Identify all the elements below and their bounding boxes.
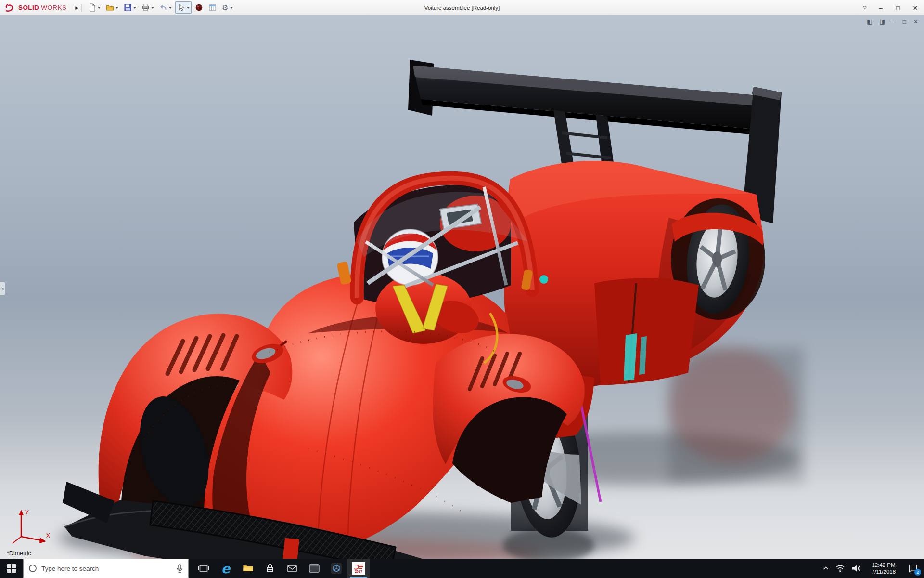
dropdown-caret-icon[interactable] — [151, 7, 154, 9]
menu-expand-arrow[interactable]: ▶ — [72, 4, 82, 12]
solidworks-year-label: 2017 — [355, 570, 362, 573]
speaker-icon — [851, 564, 861, 573]
select-tool-button[interactable] — [175, 1, 192, 14]
solidworks-window: SOLIDWORKS ▶ — [0, 0, 924, 578]
app-icon-mail[interactable] — [281, 559, 303, 578]
options-button[interactable]: ⚙ — [220, 1, 234, 14]
app-icon-file-explorer[interactable] — [237, 559, 259, 578]
dropdown-caret-icon[interactable] — [230, 7, 233, 9]
network-icon[interactable] — [835, 564, 845, 573]
windows-taskbar: Type here to search e — [0, 559, 924, 578]
app-icon-window-app[interactable] — [303, 559, 325, 578]
store-bag-icon — [264, 563, 276, 574]
window-title: Voiture assemblee [Read-only] — [424, 0, 500, 15]
doc-restore-button[interactable]: □ — [903, 18, 906, 25]
edge-logo-icon: e — [221, 562, 230, 575]
chevron-up-icon — [822, 565, 829, 572]
appearance-button[interactable] — [193, 1, 205, 14]
document-window-controls: ◧ ◨ – □ ✕ — [867, 18, 918, 25]
help-button[interactable]: ? — [858, 0, 872, 15]
new-document-button[interactable] — [86, 1, 103, 14]
triad-y-label: Y — [25, 509, 29, 516]
print-button[interactable] — [140, 1, 156, 14]
search-placeholder: Type here to search — [41, 565, 172, 572]
doc-minimize-button[interactable]: – — [892, 18, 896, 25]
select-cursor-icon — [177, 3, 185, 12]
task-view-button[interactable] — [192, 559, 215, 578]
window-app-icon — [308, 563, 321, 574]
doc-pane-right-button[interactable]: ◨ — [880, 18, 885, 25]
right-side-body — [594, 278, 699, 385]
taskbar-clock[interactable]: 12:42 PM 7/11/2018 — [868, 562, 899, 576]
open-button[interactable] — [104, 1, 120, 14]
featuremanager-flyout-tab[interactable]: ◂ — [0, 281, 5, 296]
task-view-icon — [198, 563, 209, 574]
print-icon — [141, 3, 150, 12]
start-button[interactable] — [0, 559, 23, 578]
gear-icon: ⚙ — [222, 4, 228, 11]
save-button[interactable] — [122, 1, 138, 14]
volume-icon[interactable] — [851, 564, 861, 573]
hidden-icons-chevron[interactable] — [822, 565, 829, 572]
orientation-triad: Y X — [6, 506, 52, 547]
solidworks-logo: SOLIDWORKS — [4, 3, 66, 13]
maximize-button[interactable]: □ — [889, 0, 907, 15]
appearance-sphere-icon — [195, 3, 203, 12]
app-icon-3d-app[interactable] — [325, 559, 347, 578]
dassault-ds-logo-icon — [4, 3, 16, 13]
doc-close-button[interactable]: ✕ — [913, 18, 918, 25]
triad-x-label: X — [46, 532, 50, 539]
open-folder-icon — [106, 3, 114, 12]
tray-time: 12:42 PM — [868, 562, 899, 568]
design-table-button[interactable] — [206, 1, 218, 14]
windows-logo-icon — [7, 564, 16, 573]
wifi-icon — [835, 564, 845, 573]
taskbar-apps: e — [192, 559, 370, 578]
logo-text-works: WORKS — [41, 4, 66, 11]
minimize-button[interactable]: – — [872, 0, 889, 15]
new-document-icon — [88, 3, 96, 12]
taskbar-search-input[interactable]: Type here to search — [23, 559, 189, 578]
solidworks-app-icon — [353, 564, 364, 570]
dropdown-caret-icon[interactable] — [98, 7, 101, 9]
dropdown-caret-icon[interactable] — [169, 7, 172, 9]
app-icon-solidworks-2017[interactable]: 2017 — [347, 559, 370, 578]
microphone-icon[interactable] — [176, 564, 183, 573]
notification-badge: 2 — [914, 569, 921, 576]
app-icon-edge[interactable]: e — [215, 559, 237, 578]
action-center-button[interactable]: 2 — [906, 559, 920, 578]
dropdown-caret-icon[interactable] — [187, 7, 190, 9]
title-bar: SOLIDWORKS ▶ — [0, 0, 924, 15]
save-floppy-icon — [124, 3, 132, 12]
logo-text-solid: SOLID — [18, 4, 39, 11]
dropdown-caret-icon[interactable] — [133, 7, 136, 9]
dropdown-caret-icon[interactable] — [116, 7, 118, 9]
tray-date: 7/11/2018 — [868, 568, 899, 575]
undo-arrow-icon — [159, 3, 167, 12]
view-orientation-label: *Dimetric — [7, 550, 31, 557]
design-table-icon — [208, 3, 217, 12]
car-model-canvas[interactable] — [0, 15, 924, 559]
system-tray: 12:42 PM 7/11/2018 2 — [822, 559, 924, 578]
cube-app-icon — [330, 562, 343, 575]
doc-pane-left-button[interactable]: ◧ — [867, 18, 872, 25]
cortana-ring-icon — [28, 564, 37, 573]
undo-button[interactable] — [157, 1, 174, 14]
app-icon-store[interactable] — [259, 559, 281, 578]
close-button[interactable]: ✕ — [907, 0, 924, 15]
file-explorer-icon — [242, 563, 254, 574]
mail-envelope-icon — [286, 563, 298, 574]
graphics-viewport[interactable]: ◧ ◨ – □ ✕ ◂ — [0, 15, 924, 559]
